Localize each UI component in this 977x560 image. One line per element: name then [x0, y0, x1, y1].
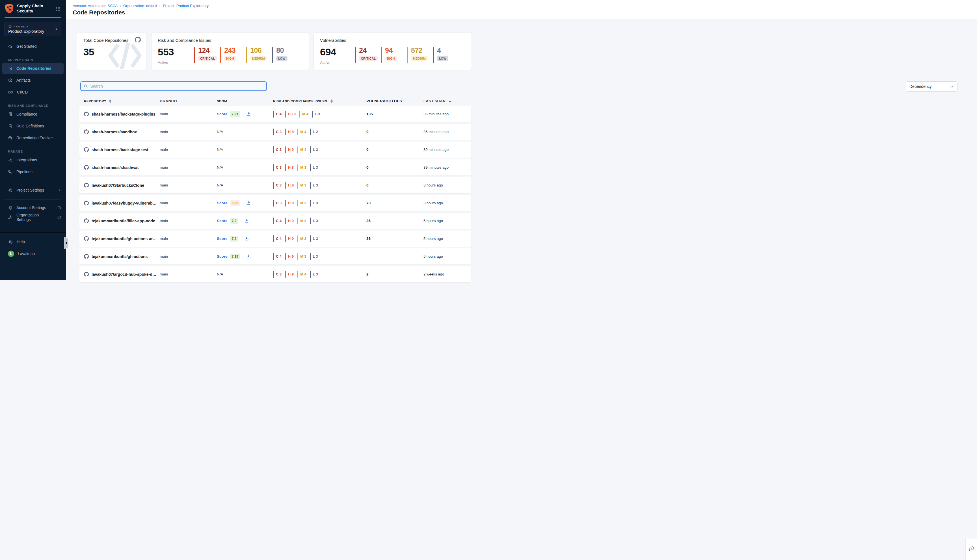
branch-cell: main: [160, 183, 217, 187]
sidebar-item-project-settings[interactable]: Project Settings: [2, 185, 63, 196]
table-row[interactable]: shash-harness/backstage-plugins main Sco…: [79, 106, 471, 122]
table-row[interactable]: lavakush07/StarbucksClone main N/A C 3 H…: [79, 177, 471, 193]
severity-badge: LOW: [276, 56, 287, 61]
summary-cards: Total Code Repositories 35 Risk and Comp…: [77, 32, 489, 70]
download-sbom-icon[interactable]: [244, 236, 249, 241]
info-icon[interactable]: [57, 206, 61, 210]
header-last-scan[interactable]: LAST SCAN: [424, 99, 467, 103]
last-scan-cell: 5 hours ago: [424, 219, 467, 223]
project-selector[interactable]: PROJECT Product Exploratory: [5, 22, 61, 36]
sbom-na: N/A: [217, 130, 223, 134]
breadcrumb-organization-link[interactable]: Organization: default: [123, 4, 157, 8]
download-sbom-icon[interactable]: [246, 112, 251, 117]
download-sbom-icon[interactable]: [246, 254, 251, 259]
sbom-score-link[interactable]: Score: [217, 201, 227, 205]
table-row[interactable]: tejakummarikuntla/filler-app-node main S…: [79, 213, 471, 229]
header-branch: BRANCH: [160, 99, 217, 103]
integrations-share-icon: [8, 158, 13, 162]
github-icon: [84, 165, 89, 170]
branch-cell: main: [160, 165, 217, 170]
branch-cell: main: [160, 147, 217, 152]
sidebar-item-artifacts[interactable]: Artifacts: [2, 75, 63, 86]
branch-cell: main: [160, 237, 217, 241]
vulns-severity-breakdown: 24CRITICAL 94HIGH 572MEDIUM 4LOW: [355, 47, 459, 63]
high-stat: 243HIGH: [220, 47, 243, 63]
last-scan-cell: 2 weeks ago: [424, 272, 467, 276]
risk-cell: C 3 H 8 M 3 L 3: [273, 182, 366, 189]
download-sbom-icon[interactable]: [246, 201, 251, 205]
search-input[interactable]: [90, 84, 264, 88]
header-sbom: SBOM: [217, 100, 273, 103]
header-repository[interactable]: REPOSITORY: [84, 100, 160, 103]
repo-name: shash-harness/backstage-plugins: [92, 112, 158, 117]
code-repo-icon: [8, 66, 13, 71]
breadcrumb-project-link[interactable]: Project: Product Exploratory: [163, 4, 209, 8]
apps-grid-icon[interactable]: [56, 6, 61, 11]
total-repos-card: Total Code Repositories 35: [77, 32, 147, 70]
pipelines-icon: [8, 170, 13, 174]
sidebar-item-code-repositories[interactable]: Code Repositories: [2, 63, 63, 74]
table-row[interactable]: shash-harness/sandbox main N/A C 3 H 8 M…: [79, 124, 471, 140]
sbom-score-link[interactable]: Score: [217, 254, 227, 258]
download-sbom-icon[interactable]: [244, 218, 249, 223]
medium-stat: 106MEDIUM: [246, 47, 269, 63]
repo-name: shash-harness/sandbox: [92, 130, 140, 134]
vulnerabilities-card: Vulnerabilities 694 Active 24CRITICAL 94…: [314, 32, 472, 70]
github-icon: [84, 272, 89, 277]
sidebar-item-compliance[interactable]: Compliance: [2, 108, 63, 120]
table-toolbar: Dependency: [66, 82, 489, 92]
brand: Supply Chain Security: [0, 0, 66, 14]
app-title: Supply Chain Security: [17, 3, 43, 13]
sbom-na: N/A: [217, 272, 223, 276]
table-row[interactable]: shash-harness/shashwat main N/A C 3 H 8 …: [79, 159, 471, 175]
sidebar-collapse-handle[interactable]: [64, 237, 68, 248]
sidebar-item-remediation-tracker[interactable]: Remediation Tracker: [2, 132, 63, 143]
active-label: Active: [320, 60, 331, 65]
repo-name: tejakummarikuntla/gh-actions-artifacts: [92, 237, 160, 241]
sidebar-item-get-started[interactable]: Get Started: [2, 41, 63, 52]
sidebar-item-organization-settings[interactable]: Organization Settings: [2, 212, 63, 222]
info-icon[interactable]: [57, 215, 61, 220]
collapse-arrow-icon: [65, 242, 67, 244]
risk-compliance-card: Risk and Compliance Issues 553 Active 12…: [151, 32, 309, 70]
sbom-na: N/A: [217, 165, 223, 170]
sbom-score-link[interactable]: Score: [217, 112, 227, 116]
sidebar-item-pipelines[interactable]: Pipelines: [2, 166, 63, 177]
page-header: Account: Automation-SSCA › Organization:…: [66, 0, 489, 18]
table-row[interactable]: lavakush07/argocd-hub-spoke-demo main N/…: [79, 266, 471, 280]
project-label: PROJECT: [13, 25, 29, 28]
last-scan-cell: 39 minutes ago: [424, 147, 467, 152]
divider: [243, 200, 244, 206]
vulnerabilities-cell: 2: [366, 272, 424, 276]
sidebar-item-help[interactable]: ? Help: [2, 236, 63, 248]
vulnerabilities-cell: 0: [366, 183, 424, 187]
risk-severity-breakdown: 124CRITICAL 243HIGH 106MEDIUM 80LOW: [194, 47, 298, 63]
sbom-na: N/A: [217, 147, 223, 152]
sidebar-item-integrations[interactable]: Integrations: [2, 154, 63, 165]
sidebar-item-account-settings[interactable]: Account Settings: [2, 203, 63, 212]
user-menu[interactable]: L Lavakush: [2, 248, 63, 259]
last-scan-cell: 3 hours ago: [424, 201, 467, 205]
help-chat-icon: ?: [8, 240, 13, 244]
card-title: Risk and Compliance Issues: [158, 38, 211, 43]
table-row[interactable]: shash-harness/backstage-test main N/A C …: [79, 142, 471, 158]
card-title: Vulnerabilities: [320, 38, 346, 43]
repo-name: lavakush07/argocd-hub-spoke-demo: [92, 272, 160, 277]
table-header: REPOSITORY BRANCH SBOM RISK AND COMPLIAN…: [79, 99, 471, 103]
table-row[interactable]: lavakush07/easybuggy-vulnerable-app... m…: [79, 195, 471, 211]
chevron-right-icon: [54, 27, 58, 31]
divider: [5, 199, 61, 200]
search-icon: [84, 84, 88, 88]
sidebar-item-cicd[interactable]: CI/CD: [2, 87, 63, 98]
table-row[interactable]: tejakummarikuntla/gh-actions main Score7…: [79, 248, 471, 265]
sbom-score-link[interactable]: Score: [217, 237, 227, 241]
sbom-score-link[interactable]: Score: [217, 219, 227, 223]
page-title: Code Repositories: [73, 9, 489, 16]
breadcrumb-account-link[interactable]: Account: Automation-SSCA: [73, 4, 118, 8]
header-risk[interactable]: RISK AND COMPLIANCE ISSUES: [273, 100, 366, 103]
table-row[interactable]: tejakummarikuntla/gh-actions-artifacts m…: [79, 230, 471, 247]
sidebar-item-rule-definitions[interactable]: Rule Definitions: [2, 120, 63, 132]
github-icon: [84, 218, 89, 223]
github-icon: [84, 254, 89, 259]
severity-badge: LOW: [437, 56, 448, 61]
